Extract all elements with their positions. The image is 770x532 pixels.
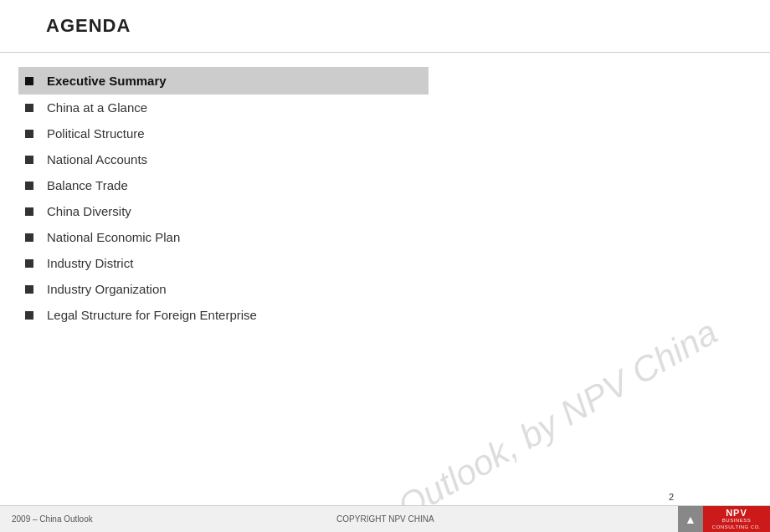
agenda-item-label: Executive Summary (47, 72, 167, 90)
footer-right: ▲ NPV BUSINESS CONSULTING CO. (678, 506, 770, 532)
agenda-item[interactable]: Industry Organization (25, 276, 429, 302)
agenda-item-label: Political Structure (47, 125, 145, 142)
agenda-item[interactable]: Legal Structure for Foreign Enterprise (25, 302, 429, 328)
bullet-icon (25, 130, 33, 138)
bullet-icon (25, 207, 33, 216)
bullet-icon (25, 77, 33, 85)
footer-arrow-icon[interactable]: ▲ (678, 506, 703, 533)
footer-left: 2009 – China Outlook (12, 514, 93, 524)
agenda-item[interactable]: China at a Glance (25, 95, 429, 120)
agenda-item-label: China Diversity (47, 202, 131, 220)
agenda-item[interactable]: National Economic Plan (25, 224, 429, 250)
slide-title: AGENDA (46, 15, 131, 37)
agenda-item-label: Balance Trade (47, 176, 128, 194)
bullet-icon (25, 156, 33, 164)
footer-logo-text: NPV (726, 508, 747, 518)
agenda-item[interactable]: Balance Trade (25, 172, 429, 198)
agenda-item-label: Industry Organization (47, 280, 167, 298)
agenda-item[interactable]: Executive Summary (18, 67, 429, 95)
title-divider (0, 52, 770, 53)
slide: AGENDA Executive SummaryChina at a Glanc… (0, 0, 770, 532)
bullet-icon (25, 182, 33, 190)
agenda-item[interactable]: National Accounts (25, 146, 429, 172)
footer-center: COPYRIGHT NPV CHINA (336, 514, 434, 524)
agenda-list: Executive SummaryChina at a GlancePoliti… (25, 67, 429, 328)
bullet-icon (25, 311, 33, 320)
page-number: 2 (669, 492, 674, 502)
footer: 2009 – China Outlook COPYRIGHT NPV CHINA… (0, 505, 770, 532)
footer-logo-sub: BUSINESS CONSULTING CO. (703, 518, 770, 529)
agenda-item-label: Legal Structure for Foreign Enterprise (47, 306, 257, 324)
agenda-item-label: China at a Glance (47, 99, 147, 116)
agenda-item-label: National Accounts (47, 151, 147, 168)
bullet-icon (25, 285, 33, 294)
agenda-item-label: National Economic Plan (47, 228, 180, 246)
agenda-item[interactable]: Political Structure (25, 120, 429, 146)
bullet-icon (25, 259, 33, 268)
watermark: China Outlook, by NPV China (303, 312, 724, 532)
agenda-item[interactable]: China Diversity (25, 198, 429, 224)
agenda-item[interactable]: Industry District (25, 250, 429, 276)
bullet-icon (25, 104, 33, 112)
agenda-item-label: Industry District (47, 254, 133, 272)
footer-logo: NPV BUSINESS CONSULTING CO. (703, 506, 770, 533)
bullet-icon (25, 233, 33, 242)
